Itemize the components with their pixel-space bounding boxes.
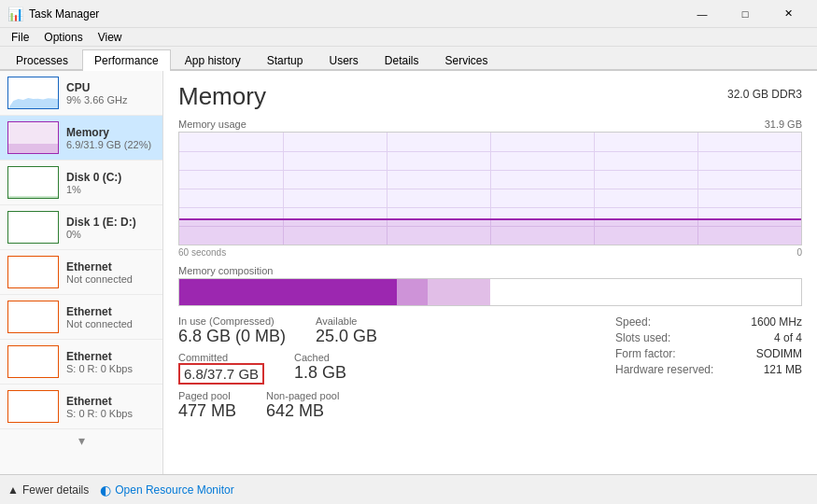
sidebar: CPU 9% 3.66 GHz Memory 6.9/31.9 GB (22%)…	[0, 71, 163, 474]
in-use-label: In use (Compressed)	[178, 315, 286, 327]
cpu-graph	[7, 77, 59, 109]
disk0-label: Disk 0 (C:)	[66, 171, 155, 184]
main-content: CPU 9% 3.66 GHz Memory 6.9/31.9 GB (22%)…	[0, 71, 817, 474]
resource-monitor-icon: ◐	[100, 483, 111, 497]
eth3-value: S: 0 R: 0 Kbps	[66, 363, 155, 374]
eth3-graph	[7, 345, 59, 378]
tab-bar: Processes Performance App history Startu…	[0, 47, 817, 71]
paged-pool-label: Paged pool	[178, 390, 236, 401]
available-value: 25.0 GB	[316, 327, 377, 346]
open-resource-monitor-link[interactable]: ◐ Open Resource Monitor	[100, 483, 233, 497]
sidebar-item-eth3[interactable]: Ethernet S: 0 R: 0 Kbps	[0, 340, 162, 385]
chart-label: Memory usage 31.9 GB	[178, 119, 802, 130]
bottom-bar: ▲ Fewer details ◐ Open Resource Monitor	[0, 474, 817, 504]
disk1-label: Disk 1 (E: D:)	[66, 216, 155, 229]
eth4-label: Ethernet	[66, 395, 155, 408]
fewer-details-button[interactable]: ▲ Fewer details	[7, 483, 89, 497]
tab-details[interactable]: Details	[373, 49, 431, 71]
scroll-down-arrow[interactable]: ▾	[0, 429, 162, 452]
menu-file[interactable]: File	[4, 29, 36, 46]
memory-value: 6.9/31.9 GB (22%)	[66, 139, 155, 150]
sidebar-item-eth1[interactable]: Ethernet Not connected	[0, 250, 162, 295]
disk1-value: 0%	[66, 229, 155, 240]
title-bar: 📊 Task Manager — □ ✕	[0, 0, 817, 28]
eth2-graph	[7, 301, 59, 333]
committed-label: Committed	[178, 352, 264, 363]
memory-graph	[7, 121, 59, 154]
panel-title: Memory	[178, 82, 266, 111]
paged-pool-value: 477 MB	[178, 401, 236, 421]
eth4-graph	[7, 390, 59, 423]
tab-performance[interactable]: Performance	[82, 49, 171, 71]
eth1-value: Not connected	[66, 273, 155, 285]
form-value: SODIMM	[756, 347, 802, 360]
memory-chart-container	[178, 132, 802, 245]
panel-subtitle: 32.0 GB DDR3	[727, 88, 802, 101]
non-paged-pool-label: Non-paged pool	[266, 390, 339, 401]
stats-row-1: In use (Compressed) 6.8 GB (0 MB) Availa…	[178, 315, 597, 346]
sidebar-item-eth2[interactable]: Ethernet Not connected	[0, 295, 162, 340]
eth4-value: S: 0 R: 0 Kbps	[66, 408, 155, 419]
cached-value: 1.8 GB	[294, 363, 346, 383]
cached-label: Cached	[294, 352, 346, 363]
disk1-graph	[7, 211, 59, 244]
disk0-value: 1%	[66, 184, 155, 195]
memory-chart	[179, 133, 801, 245]
menu-options[interactable]: Options	[36, 29, 90, 46]
comp-modified	[397, 279, 428, 305]
speed-label: Speed:	[615, 315, 651, 329]
available-label: Available	[316, 315, 377, 327]
panel-header: Memory 32.0 GB DDR3	[178, 82, 802, 111]
maximize-button[interactable]: □	[724, 0, 767, 28]
speed-value: 1600 MHz	[751, 315, 802, 329]
memory-fill-area	[179, 220, 801, 245]
memory-label: Memory	[66, 126, 155, 139]
chevron-up-icon: ▲	[7, 483, 19, 497]
window-controls: — □ ✕	[681, 0, 810, 28]
tab-processes[interactable]: Processes	[4, 49, 80, 71]
tab-startup[interactable]: Startup	[255, 49, 316, 71]
composition-label: Memory composition	[178, 265, 802, 276]
close-button[interactable]: ✕	[767, 0, 810, 28]
hw-reserved-value: 121 MB	[764, 363, 802, 376]
tab-users[interactable]: Users	[317, 49, 370, 71]
non-paged-pool-value: 642 MB	[266, 401, 339, 421]
sidebar-item-memory[interactable]: Memory 6.9/31.9 GB (22%)	[0, 116, 162, 161]
cpu-label: CPU	[66, 81, 155, 94]
cpu-value: 9% 3.66 GHz	[66, 94, 155, 105]
title-bar-text: Task Manager	[29, 7, 99, 21]
slots-label: Slots used:	[615, 331, 670, 344]
eth1-label: Ethernet	[66, 260, 155, 273]
sidebar-item-disk1[interactable]: Disk 1 (E: D:) 0%	[0, 205, 162, 250]
app-icon: 📊	[7, 7, 23, 21]
stats-row-3: Paged pool 477 MB Non-paged pool 642 MB	[178, 390, 597, 421]
disk0-graph	[7, 166, 59, 199]
composition-bar	[178, 278, 802, 306]
slots-value: 4 of 4	[774, 331, 802, 344]
sidebar-item-eth4[interactable]: Ethernet S: 0 R: 0 Kbps	[0, 385, 162, 429]
committed-value: 6.8/37.7 GB	[178, 363, 264, 385]
form-label: Form factor:	[615, 347, 676, 360]
right-stats: Speed: 1600 MHz Slots used: 4 of 4 Form …	[597, 315, 802, 421]
tab-services[interactable]: Services	[433, 49, 500, 71]
eth1-graph	[7, 256, 59, 288]
comp-in-use	[179, 279, 397, 305]
hw-reserved-label: Hardware reserved:	[615, 363, 713, 376]
sidebar-item-disk0[interactable]: Disk 0 (C:) 1%	[0, 161, 162, 205]
in-use-value: 6.8 GB (0 MB)	[178, 327, 286, 346]
comp-free	[490, 279, 801, 305]
minimize-button[interactable]: —	[681, 0, 724, 28]
eth3-label: Ethernet	[66, 350, 155, 363]
chart-time-labels: 60 seconds 0	[178, 247, 802, 258]
eth2-value: Not connected	[66, 318, 155, 329]
right-panel: Memory 32.0 GB DDR3 Memory usage 31.9 GB	[163, 71, 817, 474]
sidebar-item-cpu[interactable]: CPU 9% 3.66 GHz	[0, 71, 162, 116]
menu-bar: File Options View	[0, 28, 817, 47]
stats-row-2: Committed 6.8/37.7 GB Cached 1.8 GB	[178, 352, 597, 385]
comp-standby	[428, 279, 490, 305]
stats-section: In use (Compressed) 6.8 GB (0 MB) Availa…	[178, 315, 802, 421]
tab-app-history[interactable]: App history	[173, 49, 253, 71]
eth2-label: Ethernet	[66, 305, 155, 318]
menu-view[interactable]: View	[91, 29, 130, 46]
